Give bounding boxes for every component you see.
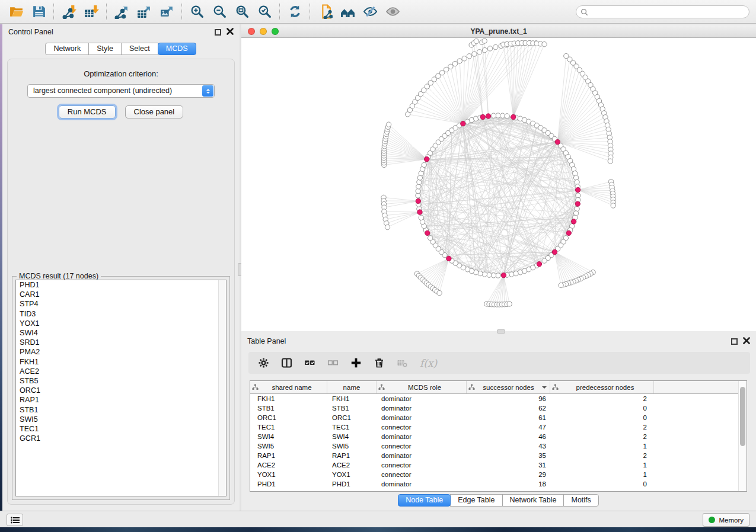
export-image-button[interactable] — [155, 2, 178, 22]
column-header-shared-name[interactable]: shared name — [250, 381, 327, 393]
add-button[interactable] — [350, 357, 362, 368]
mcds-node-item[interactable]: SWI4 — [16, 328, 226, 338]
show-all-button[interactable] — [381, 2, 404, 22]
horizontal-splitter-handle[interactable] — [497, 329, 505, 334]
new-network-from-selection-icon — [318, 4, 333, 19]
export-table-button[interactable] — [133, 2, 155, 22]
table-row[interactable]: PHD1PHD1dominator180 — [250, 479, 747, 489]
memory-button[interactable]: Memory — [703, 513, 749, 527]
run-mcds-button[interactable]: Run MCDS — [59, 105, 116, 118]
float-window-icon[interactable] — [215, 29, 221, 36]
column-header-successor-nodes[interactable]: successor nodes — [467, 381, 550, 393]
mcds-node-item[interactable]: PMA2 — [16, 347, 226, 357]
save-icon — [31, 4, 46, 19]
zoom-out-button[interactable] — [208, 2, 231, 22]
network-canvas[interactable] — [241, 38, 756, 331]
optimization-criterion-select[interactable]: largest connected component (undirected) — [27, 84, 215, 98]
import-table-button[interactable] — [80, 2, 103, 22]
mcds-node-item[interactable]: STP4 — [16, 299, 226, 309]
table-row[interactable]: YOX1YOX1connector291 — [250, 470, 747, 479]
select-all-button[interactable] — [304, 357, 315, 368]
search-icon — [580, 8, 588, 16]
zoom-in-icon — [190, 4, 205, 19]
import-network-button[interactable] — [58, 2, 80, 22]
open-icon — [9, 4, 24, 19]
close-panel-icon[interactable] — [227, 28, 234, 37]
toolbar-separator — [53, 4, 54, 20]
mcds-node-item[interactable]: TID3 — [16, 309, 226, 319]
table-toolbar: f(x) — [248, 352, 750, 374]
mcds-node-item[interactable]: YOX1 — [16, 319, 226, 328]
table-row[interactable]: ACE2ACE2connector311 — [250, 460, 747, 470]
mcds-node-item[interactable]: STB5 — [16, 376, 226, 386]
mcds-node-item[interactable]: FKH1 — [16, 357, 226, 367]
tab-node-table[interactable]: Node Table — [398, 494, 451, 507]
mcds-result-scrollbar[interactable] — [218, 280, 226, 496]
task-history-button[interactable] — [7, 514, 23, 526]
cell-successor-nodes: 96 — [467, 395, 550, 402]
tab-network-table[interactable]: Network Table — [502, 494, 564, 507]
cell-shared-name: SWI4 — [250, 433, 327, 440]
mcds-node-item[interactable]: ACE2 — [16, 367, 226, 376]
column-header-MCDS-role[interactable]: MCDS role — [377, 381, 467, 393]
mcds-result-list[interactable]: PHD1CAR1STP4TID3YOX1SWI4SRD1PMA2FKH1ACE2… — [15, 280, 227, 496]
mcds-node-item[interactable]: RAP1 — [16, 395, 226, 405]
delete-button[interactable] — [374, 357, 385, 368]
tab-style[interactable]: Style — [88, 43, 122, 55]
close-table-panel-icon[interactable] — [743, 337, 750, 346]
cell-MCDS-role: dominator — [377, 433, 467, 440]
node-table-scrollbar[interactable] — [738, 381, 747, 491]
hide-selected-button[interactable] — [359, 2, 381, 22]
gear-button[interactable] — [258, 357, 269, 368]
table-row[interactable]: SWI5SWI5connector431 — [250, 441, 747, 451]
columns-button[interactable] — [281, 357, 292, 368]
delete-table-icon — [397, 357, 408, 368]
table-row[interactable]: RAP1RAP1dominator352 — [250, 451, 747, 460]
search-box[interactable] — [576, 5, 749, 18]
first-neighbors-icon — [340, 4, 355, 19]
new-network-from-selection-button[interactable] — [314, 2, 336, 22]
table-row[interactable]: STB1STB1dominator620 — [250, 403, 747, 413]
tab-mcds[interactable]: MCDS — [158, 43, 196, 55]
table-row[interactable]: SWI4SWI4dominator462 — [250, 432, 747, 441]
node-table[interactable]: shared namenameMCDS rolesuccessor nodesp… — [250, 380, 747, 492]
table-row[interactable]: ORC1ORC1dominator610 — [250, 413, 747, 422]
deselect-all-button[interactable] — [327, 357, 339, 368]
mcds-node-item[interactable]: SWI5 — [16, 415, 226, 424]
mcds-tab-content: Optimization criterion: largest connecte… — [7, 59, 235, 505]
mcds-node-item[interactable]: GCR1 — [16, 434, 226, 443]
first-neighbors-button[interactable] — [336, 2, 359, 22]
mcds-node-item[interactable]: CAR1 — [16, 290, 226, 299]
tab-select[interactable]: Select — [121, 43, 158, 55]
zoom-selected-button[interactable] — [253, 2, 276, 22]
apply-layout-button[interactable] — [283, 2, 306, 22]
export-network-button[interactable] — [110, 2, 133, 22]
float-table-panel-icon[interactable] — [731, 338, 738, 345]
tab-network[interactable]: Network — [45, 43, 89, 55]
table-row[interactable]: TEC1TEC1connector472 — [250, 422, 747, 432]
zoom-fit-button[interactable] — [231, 2, 253, 22]
mcds-node-item[interactable]: PHD1 — [16, 280, 226, 290]
zoom-in-button[interactable] — [186, 2, 208, 22]
network-window-titlebar[interactable]: YPA_prune.txt_1 — [241, 25, 756, 38]
tab-motifs[interactable]: Motifs — [563, 494, 598, 507]
mcds-node-item[interactable]: SRD1 — [16, 338, 226, 347]
mcds-node-item[interactable]: STB1 — [16, 405, 226, 415]
import-network-icon — [62, 4, 76, 19]
column-header-name[interactable]: name — [327, 381, 377, 393]
mcds-node-item[interactable]: ORC1 — [16, 386, 226, 395]
search-input[interactable] — [588, 7, 749, 17]
save-button[interactable] — [27, 2, 50, 22]
open-button[interactable] — [5, 2, 27, 22]
table-row[interactable]: FKH1FKH1dominator962 — [250, 394, 747, 403]
node-table-scroll-thumb[interactable] — [740, 387, 745, 446]
mcds-node-item[interactable]: TEC1 — [16, 424, 226, 434]
cell-predecessor-nodes: 0 — [550, 480, 654, 488]
network-canvas-svg — [241, 38, 756, 331]
tab-edge-table[interactable]: Edge Table — [450, 494, 502, 507]
cell-MCDS-role: connector — [377, 471, 467, 478]
column-header-predecessor-nodes[interactable]: predecessor nodes — [550, 381, 654, 393]
close-panel-button[interactable]: Close panel — [125, 105, 184, 118]
import-table-icon — [84, 4, 99, 19]
table-panel-title: Table Panel — [247, 337, 286, 345]
